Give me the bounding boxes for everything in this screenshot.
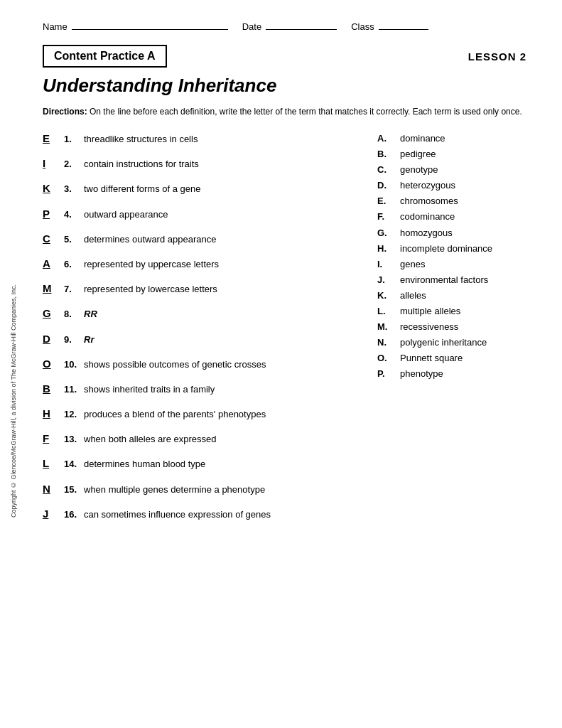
question-text: determines outward appearance (84, 233, 349, 246)
question-row: F13.when both alleles are expressed (43, 431, 349, 446)
list-item: N.polygenic inheritance (377, 335, 526, 350)
directions-bold: Directions: (43, 107, 87, 117)
practice-label-row: Content Practice A LESSON 2 (43, 45, 526, 68)
question-text: outward appearance (84, 208, 349, 221)
term-letter: M. (377, 319, 393, 335)
practice-label: Content Practice A (54, 50, 156, 62)
term-text: alleles (400, 288, 426, 304)
question-row: D9.Rr (43, 331, 349, 346)
question-text: shows inherited traits in a family (84, 383, 349, 396)
question-text: RR (84, 308, 349, 321)
question-text: contain instructions for traits (84, 158, 349, 171)
term-text: multiple alleles (400, 304, 460, 319)
list-item: F.codominance (377, 209, 526, 225)
term-letter: O. (377, 350, 393, 366)
term-text: polygenic inheritance (400, 335, 487, 350)
question-text: when multiple genes determine a phenotyp… (84, 483, 349, 496)
question-row: M7.represented by lowercase letters (43, 281, 349, 296)
question-row: E1.threadlike structures in cells (43, 131, 349, 146)
question-text: represented by lowercase letters (84, 283, 349, 296)
term-letter: I. (377, 257, 393, 272)
date-label: Date (242, 21, 261, 32)
term-text: genes (400, 257, 425, 272)
question-text: shows possible outcomes of genetic cross… (84, 358, 349, 371)
question-row: C5.determines outward appearance (43, 231, 349, 246)
list-item: G.homozygous (377, 225, 526, 241)
term-letter: F. (377, 209, 393, 225)
question-number: 14. (64, 458, 84, 471)
term-text: Punnett square (400, 350, 463, 366)
term-letter: K. (377, 288, 393, 304)
lesson-label: LESSON 2 (468, 50, 526, 63)
term-letter: L. (377, 304, 393, 319)
list-item: H.incomplete dominance (377, 241, 526, 257)
question-number: 4. (64, 208, 84, 221)
question-number: 8. (64, 308, 84, 321)
answer-letter: I (43, 156, 64, 171)
term-letter: H. (377, 241, 393, 257)
worksheet-title: Understanding Inheritance (43, 75, 526, 97)
question-number: 1. (64, 133, 84, 146)
term-text: genotype (400, 162, 438, 178)
content-area: E1.threadlike structures in cellsI2.cont… (43, 131, 526, 531)
question-row: O10.shows possible outcomes of genetic c… (43, 356, 349, 371)
term-text: codominance (400, 209, 455, 225)
question-text: represented by uppercase letters (84, 258, 349, 271)
list-item: D.heterozygous (377, 178, 526, 193)
question-number: 6. (64, 258, 84, 271)
date-underline (266, 29, 337, 30)
term-letter: J. (377, 272, 393, 288)
term-text: dominance (400, 131, 445, 146)
question-row: K3.two different forms of a gene (43, 181, 349, 196)
question-row: B11.shows inherited traits in a family (43, 381, 349, 396)
term-text: incomplete dominance (400, 241, 492, 257)
list-item: E.chromosomes (377, 193, 526, 209)
question-number: 11. (64, 383, 84, 396)
name-label: Name (43, 21, 67, 32)
question-row: A6.represented by uppercase letters (43, 256, 349, 271)
question-row: J16.can sometimes influence expression o… (43, 506, 349, 521)
term-list: A.dominanceB.pedigreeC.genotypeD.heteroz… (377, 131, 526, 382)
answer-letter: K (43, 181, 64, 196)
answer-letter: A (43, 256, 64, 271)
answer-letter: D (43, 331, 64, 346)
question-row: N15.when multiple genes determine a phen… (43, 481, 349, 496)
term-letter: A. (377, 131, 393, 146)
term-letter: B. (377, 146, 393, 162)
term-letter: D. (377, 178, 393, 193)
list-item: O.Punnett square (377, 350, 526, 366)
list-item: P.phenotype (377, 366, 526, 382)
question-number: 15. (64, 483, 84, 496)
practice-label-box: Content Practice A (43, 45, 167, 68)
class-underline (379, 29, 428, 30)
question-text: two different forms of a gene (84, 183, 349, 196)
list-item: L.multiple alleles (377, 304, 526, 319)
question-number: 3. (64, 183, 84, 196)
question-number: 9. (64, 333, 84, 346)
question-text: threadlike structures in cells (84, 133, 349, 146)
list-item: A.dominance (377, 131, 526, 146)
term-text: phenotype (400, 366, 443, 382)
question-row: L14.determines human blood type (43, 456, 349, 471)
class-label: Class (351, 21, 374, 32)
term-text: environmental factors (400, 272, 488, 288)
list-item: I.genes (377, 257, 526, 272)
question-row: G8.RR (43, 306, 349, 321)
answer-letter: N (43, 481, 64, 496)
question-text: determines human blood type (84, 458, 349, 471)
term-letter: P. (377, 366, 393, 382)
answer-letter: H (43, 406, 64, 421)
question-text: Rr (84, 333, 349, 346)
directions: Directions: On the line before each defi… (43, 105, 526, 118)
answer-letter: F (43, 431, 64, 446)
term-letter: C. (377, 162, 393, 178)
date-field: Date (242, 21, 337, 32)
name-field: Name (43, 21, 228, 32)
question-number: 2. (64, 158, 84, 171)
question-row: P4.outward appearance (43, 206, 349, 221)
answer-letter: B (43, 381, 64, 396)
list-item: B.pedigree (377, 146, 526, 162)
question-text: can sometimes influence expression of ge… (84, 508, 349, 521)
question-row: H12.produces a blend of the parents' phe… (43, 406, 349, 421)
term-text: recessiveness (400, 319, 458, 335)
